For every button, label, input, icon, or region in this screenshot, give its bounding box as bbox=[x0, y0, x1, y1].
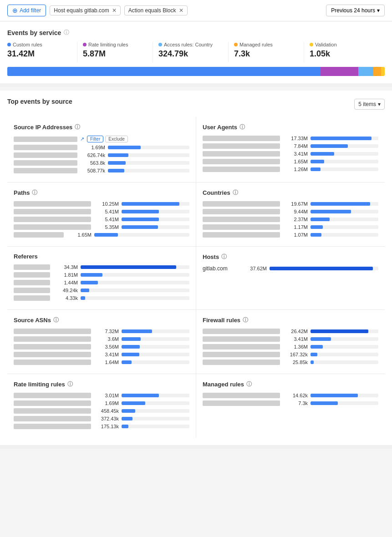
mr-row-2: 7.3k bbox=[203, 400, 378, 406]
ua-row-2: 7.84M bbox=[203, 143, 378, 149]
rl-label-4 bbox=[14, 416, 91, 421]
asn-bar-4 bbox=[122, 353, 189, 356]
external-link-icon[interactable]: ↗ bbox=[80, 136, 84, 142]
countries-bar-1 bbox=[311, 202, 378, 206]
source-ip-val-5: 508.77k bbox=[80, 168, 105, 173]
referers-fill-2 bbox=[81, 273, 102, 277]
paths-label-2 bbox=[14, 209, 91, 214]
source-ip-info-icon[interactable]: ⓘ bbox=[75, 123, 80, 131]
countries-info-icon[interactable]: ⓘ bbox=[233, 189, 238, 197]
referers-label-5 bbox=[14, 295, 50, 301]
rate-limiting-info-icon[interactable]: ⓘ bbox=[67, 380, 73, 388]
legend-access-rules: Access rules: Country 324.79k bbox=[158, 42, 229, 62]
ua-bar-1 bbox=[311, 137, 378, 140]
events-info-icon[interactable]: ⓘ bbox=[64, 29, 69, 36]
fw-bar-5 bbox=[311, 360, 378, 364]
source-ip-row-3: 626.74k bbox=[14, 152, 189, 158]
source-ip-bar-fill-4 bbox=[108, 161, 126, 165]
add-filter-label: Add filter bbox=[20, 7, 41, 14]
fw-row-5: 25.85k bbox=[203, 360, 378, 365]
countries-val-1: 19.67M bbox=[283, 201, 308, 207]
referers-label-2 bbox=[14, 272, 50, 278]
filter-tag-host: Host equals gitlab.com ✕ bbox=[50, 5, 120, 15]
source-ip-row-4: 563.8k bbox=[14, 160, 189, 166]
ua-bar-2 bbox=[311, 144, 378, 148]
hosts-card: Hosts ⓘ gitlab.com 37.62M bbox=[196, 247, 385, 309]
source-ip-row-5: 508.77k bbox=[14, 168, 189, 173]
countries-val-3: 2.37M bbox=[283, 217, 308, 222]
source-ip-label-bar-1 bbox=[14, 137, 77, 142]
legend-access-rules-label: Access rules: Country bbox=[158, 42, 223, 47]
mr-bar-1 bbox=[311, 394, 378, 397]
rate-limiting-dot bbox=[83, 43, 87, 46]
asn-fill-4 bbox=[122, 353, 139, 356]
validation-dot bbox=[310, 43, 313, 46]
referers-label-1 bbox=[14, 264, 50, 270]
paths-info-icon[interactable]: ⓘ bbox=[32, 189, 37, 197]
firewall-rules-info-icon[interactable]: ⓘ bbox=[243, 316, 248, 324]
remove-action-filter[interactable]: ✕ bbox=[179, 7, 183, 14]
fw-val-4: 167.32k bbox=[283, 352, 308, 357]
hosts-fill-1 bbox=[270, 267, 373, 270]
fw-label-1 bbox=[203, 329, 280, 334]
countries-row-5: 1.07M bbox=[203, 232, 378, 238]
paths-val-2: 5.41M bbox=[94, 209, 119, 214]
fw-label-2 bbox=[203, 336, 280, 342]
items-select[interactable]: 5 items ▾ bbox=[354, 99, 385, 110]
asn-fill-3 bbox=[122, 345, 140, 349]
add-filter-button[interactable]: ⊕ Add filter bbox=[7, 5, 46, 16]
mr-label-1 bbox=[203, 393, 280, 398]
fw-label-5 bbox=[203, 360, 280, 365]
fw-val-1: 26.42M bbox=[283, 329, 308, 334]
rl-row-2: 1.69M bbox=[14, 400, 189, 406]
asn-row-3: 3.56M bbox=[14, 344, 189, 350]
countries-card: Countries ⓘ 19.67M 9.44M 2.37M 1.17M bbox=[196, 182, 385, 246]
firewall-rules-card: Firewall rules ⓘ 26.42M 3.41M 1.36M 167.… bbox=[196, 310, 385, 374]
referers-fill-5 bbox=[81, 296, 85, 300]
ua-val-4: 1.65M bbox=[283, 159, 308, 164]
user-agents-info-icon[interactable]: ⓘ bbox=[239, 123, 245, 131]
hosts-row-1: gitlab.com 37.62M bbox=[203, 265, 378, 272]
referers-card: Referers 34.3M 1.81M 1.44M 49.24k bbox=[7, 247, 196, 309]
filter-tag-action-label: Action equals Block bbox=[128, 7, 176, 14]
referers-row-3: 1.44M bbox=[14, 280, 189, 285]
referers-fill-3 bbox=[81, 281, 98, 284]
exclude-button[interactable]: Exclude bbox=[105, 136, 128, 142]
paths-row-3: 5.41M bbox=[14, 217, 189, 222]
source-asns-title: Source ASNs ⓘ bbox=[14, 316, 189, 324]
user-agents-title: User Agents ⓘ bbox=[203, 123, 378, 131]
stacked-bar-validation bbox=[381, 67, 385, 76]
asn-row-1: 7.32M bbox=[14, 329, 189, 334]
rl-label-5 bbox=[14, 424, 91, 429]
managed-rules-value: 7.3k bbox=[234, 49, 298, 59]
countries-bar-5 bbox=[311, 233, 378, 237]
legend-managed-rules: Managed rules 7.3k bbox=[234, 42, 304, 62]
source-ip-label-2 bbox=[14, 145, 77, 150]
top-events-title-group: Top events by source bbox=[7, 98, 72, 105]
source-ip-bar-fill-2 bbox=[108, 146, 141, 149]
paths-card: Paths ⓘ 10.25M 5.41M 5.41M 5.35M bbox=[7, 182, 196, 246]
countries-row-3: 2.37M bbox=[203, 217, 378, 222]
rl-bar-3 bbox=[122, 409, 189, 413]
events-by-service-section: Events by service ⓘ Custom rules 31.42M … bbox=[0, 21, 392, 87]
countries-row-2: 9.44M bbox=[203, 209, 378, 214]
source-asns-info-icon[interactable]: ⓘ bbox=[53, 316, 59, 324]
events-section-title: Events by service bbox=[7, 29, 61, 36]
time-range-button[interactable]: Previous 24 hours ▾ bbox=[326, 5, 385, 16]
paths-bar-1 bbox=[122, 202, 189, 206]
managed-rules-info-icon[interactable]: ⓘ bbox=[246, 380, 252, 388]
filter-bar: ⊕ Add filter Host equals gitlab.com ✕ Ac… bbox=[7, 5, 188, 16]
rate-limiting-card: Rate limiting rules ⓘ 3.01M 1.69M 458.45… bbox=[7, 374, 196, 438]
source-ip-val-3: 626.74k bbox=[80, 152, 105, 158]
hosts-info-icon[interactable]: ⓘ bbox=[221, 253, 227, 261]
paths-fill-3 bbox=[122, 218, 159, 221]
fw-fill-4 bbox=[311, 353, 317, 356]
paths-bar-2 bbox=[122, 210, 189, 213]
ua-fill-4 bbox=[311, 160, 324, 163]
remove-host-filter[interactable]: ✕ bbox=[112, 7, 117, 14]
filter-button[interactable]: Filter bbox=[87, 136, 103, 142]
asn-label-5 bbox=[14, 360, 91, 365]
managed-rules-dot bbox=[234, 43, 238, 46]
source-ip-bar-fill-3 bbox=[108, 153, 128, 157]
mr-label-2 bbox=[203, 400, 280, 406]
